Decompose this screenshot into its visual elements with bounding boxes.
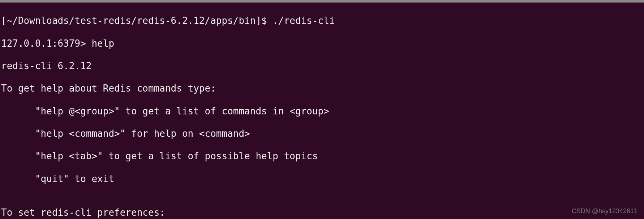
help-command: "help <command>" for help on <command> — [1, 128, 643, 139]
help-intro: To get help about Redis commands type: — [1, 83, 643, 94]
window-top-border — [0, 0, 644, 3]
help-tab: "help <tab>" to get a list of possible h… — [1, 151, 643, 162]
version-line: redis-cli 6.2.12 — [1, 60, 643, 72]
shell-command: ./redis-cli — [272, 15, 335, 26]
help-quit: "quit" to exit — [1, 173, 643, 185]
terminal-content[interactable]: [~/Downloads/test-redis/redis-6.2.12/app… — [0, 3, 644, 219]
shell-line: [~/Downloads/test-redis/redis-6.2.12/app… — [1, 15, 643, 26]
redis-input-line: 127.0.0.1:6379> help — [1, 38, 643, 49]
help-group: "help @<group>" to get a list of command… — [1, 106, 643, 117]
watermark-text: CSDN @hsy12342611 — [572, 207, 637, 215]
prefs-intro: To set redis-cli preferences: — [1, 207, 643, 218]
redis-command: help — [91, 38, 114, 49]
shell-prompt: [~/Downloads/test-redis/redis-6.2.12/app… — [1, 15, 272, 26]
redis-prompt: 127.0.0.1:6379> — [1, 38, 91, 49]
